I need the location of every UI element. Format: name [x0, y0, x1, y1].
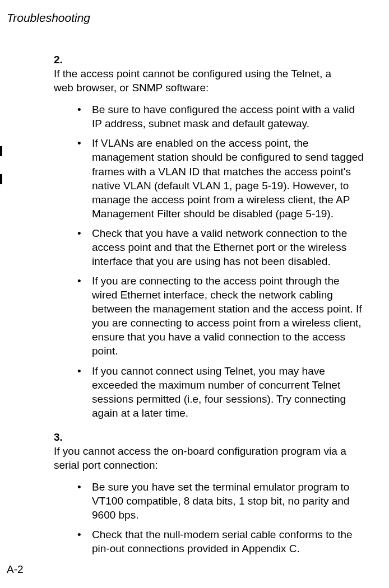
bullet-item: Check that you have a valid network conn… [54, 226, 367, 268]
list-item-3: 3. If you cannot access the on-board con… [54, 430, 367, 472]
change-bar-1 [0, 146, 2, 156]
item-lead: If you cannot access the on-board config… [54, 444, 349, 472]
bullet-item: Check that the null-modem serial cable c… [54, 528, 367, 556]
list-item-2: 2. If the access point cannot be configu… [54, 53, 367, 95]
bullet-list-3: Be sure you have set the terminal emulat… [54, 480, 367, 556]
running-head: Troubleshooting [7, 11, 389, 25]
item-number: 3. [54, 430, 70, 444]
content-block: 2. If the access point cannot be configu… [54, 53, 367, 556]
bullet-item: If you cannot connect using Telnet, you … [54, 364, 367, 420]
bullet-item: If you are connecting to the access poin… [54, 274, 367, 358]
page: Troubleshooting 2. If the access point c… [0, 0, 389, 588]
bullet-list-2: Be sure to have configured the access po… [54, 102, 367, 420]
change-bar-2 [0, 174, 2, 184]
bullet-item: Be sure you have set the terminal emulat… [54, 480, 367, 522]
bullet-item: If VLANs are enabled on the access point… [54, 136, 367, 220]
page-number: A-2 [7, 563, 24, 576]
bullet-item: Be sure to have configured the access po… [54, 102, 367, 130]
item-number: 2. [54, 53, 70, 67]
item-lead: If the access point cannot be configured… [54, 67, 349, 95]
